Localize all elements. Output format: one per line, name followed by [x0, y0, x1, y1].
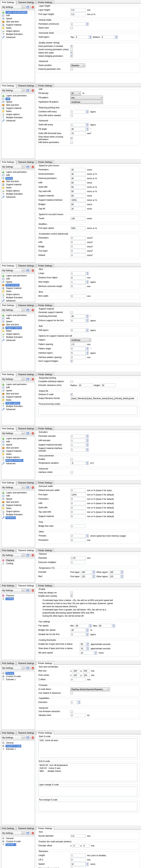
- tab-filament-settings[interactable]: Filament Settings: [16, 661, 36, 665]
- sidebar-item-extruder-1[interactable]: Extruder 1: [2, 843, 34, 846]
- sidebar-item-multiple-extruders[interactable]: Multiple Extruders: [2, 116, 34, 119]
- spin-down-icon[interactable]: [86, 129, 89, 131]
- sidebar-item-output-options[interactable]: Output options: [2, 189, 34, 192]
- support-material-interface-extruder-spinner[interactable]: [86, 448, 89, 452]
- threads-input[interactable]: 2: [70, 534, 86, 538]
- infill-input[interactable]: 60: [70, 181, 86, 185]
- seam-position-select[interactable]: Random: [70, 63, 85, 67]
- spin-up-icon[interactable]: [86, 642, 89, 644]
- distance-from-object-input[interactable]: 6: [70, 276, 86, 279]
- bed-size-x-input[interactable]: 200: [73, 669, 79, 673]
- sidebar-item-multiple-extruders[interactable]: Multiple Extruders: [2, 459, 34, 462]
- resolution-input[interactable]: 0: [70, 538, 86, 542]
- bed-first-layer-spinner[interactable]: [92, 575, 95, 578]
- spin-down-icon[interactable]: [112, 626, 115, 627]
- spin-down-icon[interactable]: [86, 634, 89, 636]
- delete-preset-button[interactable]: [31, 831, 35, 835]
- spin-up-icon[interactable]: [86, 647, 89, 648]
- fill-angle-spinner[interactable]: [86, 127, 89, 131]
- temperature-variation-input[interactable]: -5: [70, 461, 86, 465]
- default-input[interactable]: 0: [70, 253, 86, 257]
- spin-up-icon[interactable]: [86, 110, 89, 112]
- tab-filament-settings[interactable]: Filament Settings: [16, 373, 36, 376]
- tab-printer-settings[interactable]: Printer Settings: [36, 549, 54, 552]
- enable-fan-if-layer-print-time-is-below-spinner[interactable]: [86, 642, 89, 646]
- slow-down-if-layer-print-time-is-below-input[interactable]: 15: [80, 647, 86, 650]
- only-infill-where-needed-checkbox[interactable]: [70, 114, 73, 117]
- fan-speed-min-spinner[interactable]: [89, 624, 92, 627]
- sidebar-item-output-options[interactable]: Output options: [2, 113, 34, 116]
- save-preset-button[interactable]: [26, 431, 30, 435]
- interface-layers-input[interactable]: 5: [70, 351, 86, 355]
- tab-filament-settings[interactable]: Filament Settings: [16, 304, 36, 307]
- spin-up-icon[interactable]: [86, 314, 89, 316]
- spin-up-icon[interactable]: [112, 624, 115, 626]
- sidebar-item-notes[interactable]: Notes: [2, 290, 34, 293]
- preset-select[interactable]: My Settings: [1, 308, 25, 312]
- tab-print-settings[interactable]: Print Settings: [0, 481, 16, 485]
- spin-up-icon[interactable]: [86, 22, 89, 24]
- sidebar-item-cooling[interactable]: Cooling: [2, 562, 34, 565]
- default-extrusion-width-input[interactable]: 0: [70, 489, 86, 492]
- threads-spinner[interactable]: [86, 534, 89, 538]
- support-material-input[interactable]: 0: [70, 515, 86, 518]
- detect-bridging-perimeters-checkbox[interactable]: [70, 55, 73, 58]
- sidebar-item-notes[interactable]: Notes: [2, 398, 34, 402]
- output-filename-format-input[interactable]: [input_filename]-[input_filename_base]-[…: [70, 397, 138, 400]
- tab-filament-settings[interactable]: Filament Settings: [16, 549, 36, 553]
- top-solid-infill-input[interactable]: 50: [70, 190, 86, 193]
- delete-preset-button[interactable]: [31, 268, 35, 273]
- spin-down-icon[interactable]: [78, 702, 81, 704]
- sidebar-item-output-options[interactable]: Output options: [2, 510, 34, 513]
- preset-select[interactable]: My Settings: [1, 5, 25, 9]
- spin-up-icon[interactable]: [92, 570, 95, 572]
- tab-print-settings[interactable]: Print Settings: [0, 584, 16, 588]
- spin-down-icon[interactable]: [86, 864, 89, 866]
- top-bottom-fill-pattern-select[interactable]: rectilinear: [70, 100, 103, 104]
- tab-printer-settings[interactable]: Printer Settings: [36, 84, 54, 88]
- sidebar-item-multiple-extruders[interactable]: Multiple Extruders: [2, 33, 34, 36]
- spin-down-icon[interactable]: [121, 572, 124, 574]
- skirt-height-input[interactable]: 1: [70, 280, 86, 284]
- preset-select[interactable]: My Settings: [1, 165, 25, 169]
- save-preset-button[interactable]: [26, 5, 30, 9]
- save-preset-button[interactable]: [26, 553, 30, 557]
- sidebar-item-general[interactable]: General: [2, 672, 34, 675]
- verbose-g-code-checkbox[interactable]: [70, 393, 73, 396]
- spin-up-icon[interactable]: [86, 439, 89, 440]
- preset-select[interactable]: My Settings: [1, 831, 25, 835]
- sidebar-item-skirt-and-brim[interactable]: Skirt and brim: [2, 323, 34, 326]
- avoid-crossing-perimeters-slow-checkbox[interactable]: [70, 48, 73, 51]
- interface-shells-checkbox[interactable]: [70, 471, 73, 473]
- tab-filament-settings[interactable]: Filament Settings: [16, 827, 36, 830]
- tab-print-settings[interactable]: Print Settings: [0, 264, 16, 268]
- spin-down-icon[interactable]: [86, 125, 89, 127]
- perimeters-minimum-input[interactable]: 2: [70, 22, 86, 26]
- first-layer-speed-input[interactable]: 50%: [70, 226, 86, 230]
- sidebar-item-advanced[interactable]: Advanced: [2, 119, 34, 122]
- spin-up-icon[interactable]: [86, 632, 89, 634]
- tab-printer-settings[interactable]: Printer Settings: [36, 661, 54, 665]
- perimeters-input[interactable]: 0: [70, 236, 86, 240]
- bed-other-layers-spinner[interactable]: [121, 575, 124, 578]
- sidebar-item-layers-and-perimeters[interactable]: Layers and perimeters: [2, 437, 34, 440]
- extruders-spinner[interactable]: [78, 701, 81, 704]
- interface-pattern-spacing-input[interactable]: 0: [70, 355, 86, 359]
- extruder-clearance-mm-height-input[interactable]: 20: [101, 383, 116, 387]
- spin-down-icon[interactable]: [94, 653, 97, 655]
- bridges-fan-speed-spinner[interactable]: [86, 628, 89, 632]
- spin-down-icon[interactable]: [86, 630, 89, 632]
- fill-angle-input[interactable]: 45: [70, 127, 86, 131]
- sidebar-item-support-material[interactable]: Support material: [2, 504, 34, 507]
- don-t-support-bridges-checkbox[interactable]: [70, 360, 73, 363]
- enforce-support-for-the-first-spinner[interactable]: [86, 319, 89, 322]
- spin-up-icon[interactable]: [86, 319, 89, 320]
- tab-filament-settings[interactable]: Filament Settings: [16, 1, 36, 4]
- save-preset-button[interactable]: [26, 588, 30, 592]
- fan-speed-min-input[interactable]: 35: [75, 624, 89, 627]
- tab-printer-settings[interactable]: Printer Settings: [36, 264, 54, 268]
- sidebar-item-skirt-and-brim[interactable]: Skirt and brim: [2, 500, 34, 504]
- sidebar-item-layers-and-perimeters[interactable]: Layers and perimeters: [2, 170, 34, 174]
- delete-preset-button[interactable]: [31, 88, 35, 93]
- spin-up-icon[interactable]: [86, 628, 89, 630]
